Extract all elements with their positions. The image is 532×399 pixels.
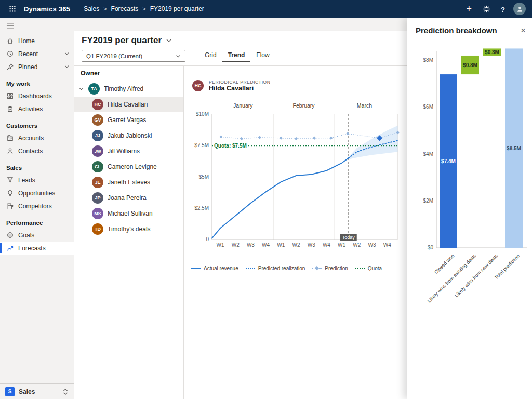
svg-text:W4: W4 (262, 242, 270, 248)
settings-button[interactable] (480, 3, 493, 15)
breadcrumb-item-fy2019-per-quarter[interactable]: FY2019 per quarter (150, 5, 204, 12)
owner-name: Jill Williams (108, 148, 140, 155)
sidebar-item-contacts[interactable]: Contacts (0, 144, 74, 157)
trend-chart-area: HC PERIODICAL PREDICTION Hilda Cavallari… (184, 66, 407, 399)
sidebar-item-dashboards[interactable]: Dashboards (0, 89, 74, 102)
period-selector-value: Q1 FY2019 (Current) (86, 53, 142, 59)
legend-label: Prediction (325, 265, 348, 271)
owner-row-garret-vargas[interactable]: GVGarret Vargas (74, 112, 183, 128)
avatar: TA (88, 83, 100, 95)
avatar: TD (92, 223, 103, 235)
close-panel-button[interactable]: × (521, 26, 526, 35)
tab-trend[interactable]: Trend (222, 49, 251, 62)
sidebar-item-goals[interactable]: Goals (0, 229, 74, 242)
svg-text:W1: W1 (217, 242, 224, 248)
svg-text:W3: W3 (308, 242, 315, 248)
owner-name: Cameron Levigne (108, 163, 157, 170)
svg-text:Closed won: Closed won (433, 253, 456, 275)
owner-name: Joana Pereira (108, 194, 147, 202)
period-selector[interactable]: Q1 FY2019 (Current) (82, 50, 185, 62)
owner-row-jakub-jablonski[interactable]: JJJakub Jablonski (74, 128, 183, 143)
panel-title: Prediction breakdown (416, 26, 497, 35)
sidebar-item-label: Home (18, 37, 35, 45)
svg-text:$8M: $8M (423, 57, 433, 63)
forecast-title-row[interactable]: FY2019 per quarter (82, 35, 172, 46)
owner-row-timothy-s-deals[interactable]: TDTimothy's deals (74, 221, 183, 237)
owner-row-jill-williams[interactable]: JWJill Williams (74, 143, 183, 159)
sitemap-sidebar: HomeRecentPinnedMy workDashboardsActivit… (0, 18, 74, 399)
owner-row-cameron-levigne[interactable]: CLCameron Levigne (74, 159, 183, 175)
area-switcher[interactable]: S Sales (0, 383, 74, 399)
competitors-icon (6, 202, 14, 210)
legend-item-prediction: Prediction (312, 265, 348, 271)
nav-section-title-customers: Customers (0, 115, 74, 131)
sidebar-item-competitors[interactable]: Competitors (0, 200, 74, 212)
sidebar-item-activities[interactable]: Activities (0, 102, 74, 115)
sidebar-item-label: Competitors (18, 203, 52, 210)
breadcrumb-separator: > (142, 6, 145, 12)
sidebar-item-label: Forecasts (18, 245, 46, 252)
nav-section-title-sales: Sales (0, 157, 74, 174)
avatar: JE (92, 177, 103, 188)
prediction-breakdown-chart[interactable]: $8M$6M$4M$2M$0$7.4M$0.8M$0.3M$8.5MClosed… (407, 41, 532, 316)
sidebar-item-recent[interactable]: Recent (0, 47, 74, 60)
sitemap-toggle-button[interactable] (0, 18, 74, 34)
sidebar-item-label: Dashboards (18, 92, 52, 100)
chart-owner-avatar: HC (192, 80, 204, 91)
svg-text:March: March (357, 102, 372, 109)
svg-text:$2.5M: $2.5M (194, 205, 209, 211)
svg-text:$5M: $5M (199, 174, 209, 180)
tab-grid[interactable]: Grid (199, 49, 222, 62)
sidebar-item-pinned[interactable]: Pinned (0, 60, 74, 73)
chevron-down-icon (64, 64, 70, 70)
owner-group-row[interactable]: TATimothy Alfred (74, 81, 183, 97)
svg-text:W4: W4 (323, 242, 330, 248)
owner-row-michael-sullivan[interactable]: MSMichael Sullivan (74, 206, 183, 221)
svg-text:$4M: $4M (423, 151, 433, 157)
nav-section-title-my-work: My work (0, 73, 74, 89)
sidebar-item-home[interactable]: Home (0, 34, 74, 47)
owner-row-joana-pereira[interactable]: JPJoana Pereira (74, 190, 183, 206)
svg-text:W1: W1 (277, 242, 285, 248)
sidebar-item-opportunities[interactable]: Opportunities (0, 187, 74, 200)
owner-row-janeth-esteves[interactable]: JEJaneth Esteves (74, 175, 183, 190)
hamburger-icon (6, 23, 14, 29)
user-avatar[interactable] (513, 3, 526, 15)
help-icon: ? (501, 6, 505, 14)
avatar: CL (92, 161, 103, 172)
person-icon (516, 5, 524, 13)
avatar: JP (92, 192, 103, 204)
sitemap-items: HomeRecentPinnedMy workDashboardsActivit… (0, 34, 74, 255)
sidebar-item-leads[interactable]: Leads (0, 174, 74, 187)
svg-text:$7.5M: $7.5M (194, 142, 209, 148)
sidebar-item-label: Accounts (18, 135, 44, 142)
app-title[interactable]: Dynamics 365 (24, 5, 70, 13)
tab-flow[interactable]: Flow (250, 49, 275, 62)
svg-text:$6M: $6M (423, 104, 433, 110)
owner-name: Timothy Alfred (104, 85, 143, 92)
svg-text:W4: W4 (383, 242, 391, 248)
svg-text:January: January (233, 102, 253, 109)
avatar: JW (92, 145, 103, 157)
panel-header: Prediction breakdown × (407, 18, 532, 38)
chart-legend: Actual revenuePredicted realizationPredi… (191, 265, 382, 271)
breadcrumb-item-forecasts[interactable]: Forecasts (111, 5, 139, 12)
owner-row-hilda-cavallari[interactable]: HCHilda Cavallari (74, 97, 183, 112)
leads-icon (6, 176, 14, 184)
activities-icon (6, 105, 14, 113)
help-button[interactable]: ? (501, 5, 505, 13)
chevron-down-icon (176, 54, 181, 59)
legend-label: Predicted realization (258, 265, 305, 271)
svg-text:$8.5M: $8.5M (507, 145, 521, 151)
avatar: JJ (92, 130, 103, 141)
legend-swatch (355, 268, 365, 269)
sidebar-item-forecasts[interactable]: Forecasts (0, 242, 74, 255)
trend-chart[interactable]: JanuaryFebruaryMarch$10M$7.5M$5M$2.5M0W1… (184, 99, 407, 255)
quick-create-button[interactable]: + (467, 4, 472, 14)
owner-column: Owner TATimothy AlfredHCHilda CavallariG… (74, 66, 184, 399)
breadcrumb-item-sales[interactable]: Sales (84, 5, 99, 12)
sidebar-item-accounts[interactable]: Accounts (0, 131, 74, 144)
chart-eyebrow: PERIODICAL PREDICTION (209, 79, 271, 85)
owner-name: Janeth Esteves (108, 179, 150, 186)
app-launcher-button[interactable] (6, 3, 19, 15)
